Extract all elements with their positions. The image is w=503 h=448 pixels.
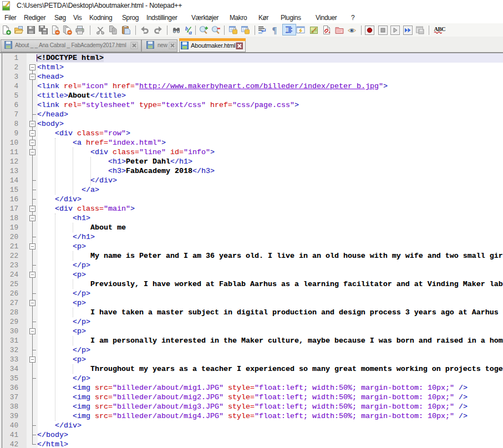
svg-text:¶: ¶ xyxy=(272,25,277,35)
svg-text:ABC: ABC xyxy=(434,26,446,32)
svg-text:b: b xyxy=(185,26,188,32)
